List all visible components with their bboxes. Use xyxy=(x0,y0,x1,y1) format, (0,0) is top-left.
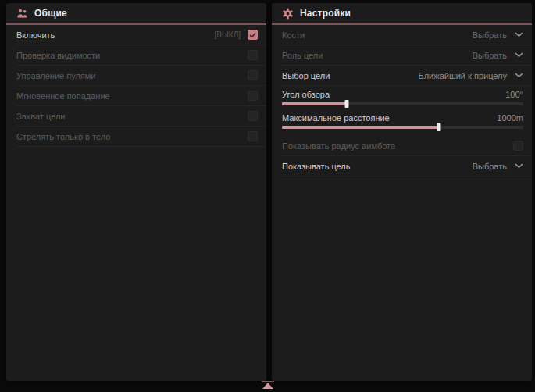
settings-panel: Настройки Кости Выбрать Роль цели Выбрат… xyxy=(272,3,532,381)
settings-panel-header: Настройки xyxy=(272,3,532,25)
chevron-down-icon xyxy=(515,32,523,37)
setting-row-bullet-control[interactable]: Управление пулями xyxy=(16,66,266,86)
fov-slider[interactable] xyxy=(282,102,523,105)
setting-row-visibility-check[interactable]: Проверка видимости xyxy=(16,45,266,66)
setting-label: Мгновенное попадание xyxy=(16,91,110,101)
chevron-down-icon xyxy=(515,163,523,169)
setting-row-max-distance: Максимальное расстояние 1000m xyxy=(282,109,532,133)
body-only-checkbox[interactable] xyxy=(248,131,258,141)
enable-checkbox[interactable] xyxy=(248,30,258,40)
setting-row-enable[interactable]: Включить [ВЫКЛ] xyxy=(16,25,266,45)
general-panel: Общие Включить [ВЫКЛ] Проверка видимости… xyxy=(6,3,266,381)
max-distance-slider[interactable] xyxy=(282,126,523,129)
setting-label: Захват цели xyxy=(16,112,65,121)
cursor-arrow xyxy=(262,383,273,389)
slider-thumb[interactable] xyxy=(345,100,349,108)
panel-title: Настройки xyxy=(300,8,351,19)
chevron-down-icon xyxy=(515,52,523,58)
panel-title: Общие xyxy=(34,8,67,19)
setting-row-show-target: Показывать цель Выбрать xyxy=(282,156,532,176)
gear-icon xyxy=(282,8,294,20)
setting-row-show-radius[interactable]: Показывать радиус аимбота xyxy=(282,136,532,156)
setting-label: Максимальное расстояние xyxy=(282,113,390,123)
target-role-dropdown[interactable]: Выбрать xyxy=(473,51,523,60)
setting-label: Показывать цель xyxy=(282,162,351,171)
setting-label: Угол обзора xyxy=(282,90,330,99)
setting-row-bones: Кости Выбрать xyxy=(282,25,532,45)
target-selection-dropdown[interactable]: Ближайший к прицелу xyxy=(419,71,523,80)
general-panel-header: Общие xyxy=(6,3,266,25)
users-icon xyxy=(16,8,28,20)
setting-label: Показывать радиус аимбота xyxy=(282,141,395,151)
visibility-check-checkbox[interactable] xyxy=(248,50,258,60)
setting-row-body-only[interactable]: Стрелять только в тело xyxy=(16,127,266,147)
target-lock-checkbox[interactable] xyxy=(248,111,258,121)
check-icon xyxy=(249,32,256,38)
slider-value: 1000m xyxy=(497,113,523,123)
setting-label: Проверка видимости xyxy=(16,51,100,60)
slider-fill xyxy=(282,102,347,105)
setting-label: Роль цели xyxy=(282,51,323,60)
setting-label: Управление пулями xyxy=(16,71,96,80)
setting-row-target-selection: Выбор цели Ближайший к прицелу xyxy=(282,66,532,86)
setting-label: Кости xyxy=(282,30,305,40)
bones-dropdown[interactable]: Выбрать xyxy=(473,30,523,40)
slider-thumb[interactable] xyxy=(437,123,440,131)
show-target-dropdown[interactable]: Выбрать xyxy=(473,162,523,171)
setting-row-instant-hit[interactable]: Мгновенное попадание xyxy=(16,86,266,106)
setting-row-target-role: Роль цели Выбрать xyxy=(282,45,532,66)
setting-label: Стрелять только в тело xyxy=(16,132,110,141)
instant-hit-checkbox[interactable] xyxy=(248,91,258,101)
setting-label: Включить xyxy=(16,30,55,40)
setting-label: Выбор цели xyxy=(282,71,330,80)
bullet-control-checkbox[interactable] xyxy=(248,70,258,80)
chevron-down-icon xyxy=(515,73,523,78)
setting-row-target-lock[interactable]: Захват цели xyxy=(16,106,266,127)
dropdown-value: Ближайший к прицелу xyxy=(419,71,507,80)
dropdown-value: Выбрать xyxy=(473,51,507,60)
setting-row-fov: Угол обзора 100° xyxy=(282,86,532,109)
dropdown-value: Выбрать xyxy=(473,162,507,171)
hotkey-state-text: [ВЫКЛ] xyxy=(215,30,241,39)
slider-value: 100° xyxy=(505,90,523,99)
dropdown-value: Выбрать xyxy=(473,30,507,40)
slider-fill xyxy=(282,126,439,129)
show-radius-checkbox[interactable] xyxy=(513,141,523,151)
